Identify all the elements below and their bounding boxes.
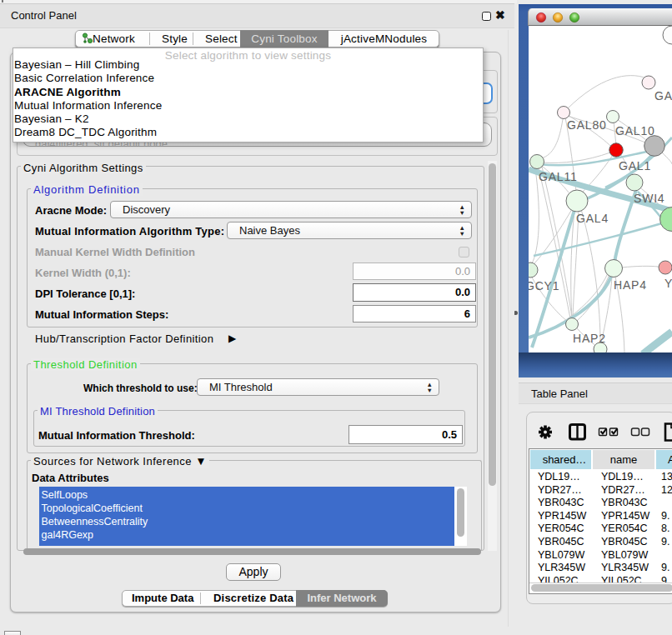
svg-text:GAL: GAL bbox=[654, 89, 672, 102]
svg-text:GAL80: GAL80 bbox=[567, 118, 607, 132]
svg-text:GAL4: GAL4 bbox=[576, 212, 609, 225]
svg-text:GCY1: GCY1 bbox=[529, 279, 559, 292]
svg-text:GAL10: GAL10 bbox=[615, 124, 655, 138]
svg-text:SWI4: SWI4 bbox=[634, 192, 664, 205]
svg-text:HAP2: HAP2 bbox=[573, 332, 606, 345]
svg-text:Y: Y bbox=[664, 277, 672, 290]
svg-text:HAP4: HAP4 bbox=[614, 278, 647, 292]
svg-text:GAL1: GAL1 bbox=[619, 159, 651, 172]
svg-text:GAL11: GAL11 bbox=[539, 170, 578, 183]
